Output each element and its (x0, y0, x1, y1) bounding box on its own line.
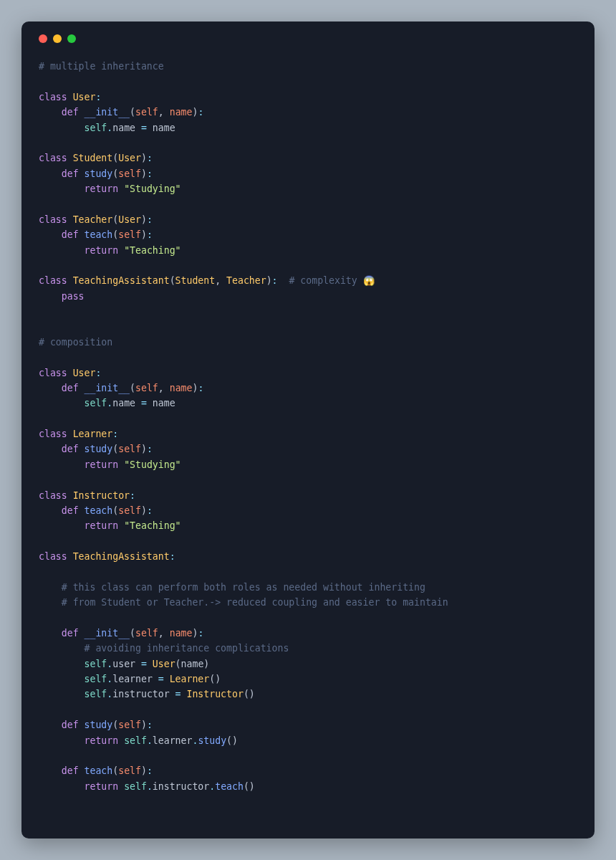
zoom-icon[interactable] (67, 34, 76, 43)
comment: # composition (39, 337, 112, 348)
code-window: # multiple inheritance class User: def _… (21, 22, 595, 838)
minimize-icon[interactable] (53, 34, 62, 43)
close-icon[interactable] (39, 34, 47, 43)
comment: # this class can perform both roles as n… (62, 582, 425, 593)
code-block: # multiple inheritance class User: def _… (39, 59, 577, 794)
comment: # complexity 😱 (289, 275, 374, 286)
comment: # avoiding inheritance complications (85, 643, 289, 654)
traffic-lights (39, 34, 577, 43)
comment: # multiple inheritance (39, 61, 164, 72)
comment: # from Student or Teacher.-> reduced cou… (62, 597, 448, 608)
